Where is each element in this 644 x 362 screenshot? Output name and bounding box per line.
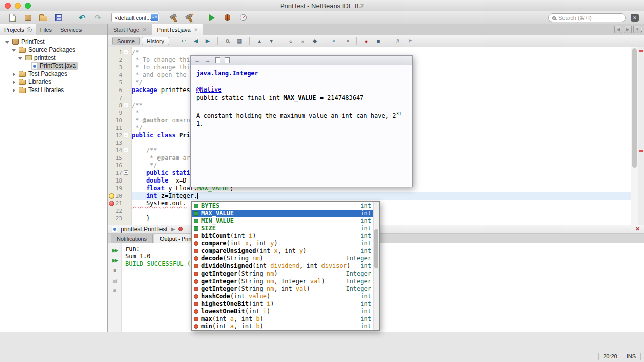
breadcrumb[interactable]: printtest.PrintTest <box>121 226 168 233</box>
tree-item-test-libraries[interactable]: Test Libraries <box>0 86 107 94</box>
expand-arrow-icon[interactable] <box>12 72 16 76</box>
hint-lightbulb-icon[interactable] <box>109 193 114 199</box>
completion-item-compare[interactable]: compare(int x, int y)int <box>192 240 379 247</box>
panel-tab-files[interactable]: Files <box>36 24 56 35</box>
tree-item-libraries[interactable]: Libraries <box>0 78 107 86</box>
back-icon[interactable]: ◀ <box>191 37 201 46</box>
uncomment-icon[interactable]: /* <box>405 37 415 46</box>
fold-collapse-icon[interactable] <box>124 50 128 54</box>
expand-arrow-icon[interactable] <box>12 80 16 84</box>
document-tab-start-page[interactable]: Start Page✕ <box>108 24 152 35</box>
record-macro-icon[interactable]: ● <box>361 37 371 46</box>
last-edit-icon[interactable]: ↩ <box>179 37 189 46</box>
output-settings-button[interactable]: ≡ <box>110 287 119 294</box>
panel-tab-services[interactable]: Services <box>56 24 86 35</box>
undo-button[interactable]: ↶ <box>76 13 88 23</box>
previous-bookmark-icon[interactable]: « <box>286 37 296 46</box>
output-tab-notifications[interactable]: Notifications <box>111 234 153 243</box>
javadoc-back-icon[interactable]: ← <box>194 57 200 63</box>
new-project-button[interactable] <box>22 13 34 23</box>
editor-scrollbar[interactable] <box>631 47 638 225</box>
close-tab-icon[interactable]: ✕ <box>27 27 32 32</box>
expand-arrow-icon[interactable] <box>12 88 16 93</box>
error-stripe-mark[interactable] <box>639 50 643 52</box>
comment-icon[interactable]: // <box>393 37 403 46</box>
tree-item-test-packages[interactable]: Test Packages <box>0 70 107 78</box>
clean-build-button[interactable]: ✦ <box>183 13 195 23</box>
error-stripe[interactable] <box>638 47 644 225</box>
previous-occurrence-icon[interactable]: ▲ <box>254 37 264 46</box>
javadoc-annotation-link[interactable]: @Native <box>196 86 222 93</box>
stop-build-button[interactable]: ■ <box>110 266 119 274</box>
collapse-arrow-icon[interactable] <box>12 48 16 52</box>
close-output-button[interactable]: ✕ <box>634 225 641 233</box>
highlight-occurrences-icon[interactable]: ▦ <box>234 37 245 46</box>
fold-collapse-icon[interactable] <box>124 170 128 175</box>
forward-icon[interactable]: ▶ <box>203 37 213 46</box>
new-file-button[interactable] <box>6 13 18 23</box>
toggle-bookmark-icon[interactable]: ◆ <box>310 37 320 46</box>
scroll-tabs-right-icon[interactable]: ▶ <box>624 26 632 33</box>
code-line-20[interactable]: int z=Integer. <box>132 192 631 200</box>
javadoc-forward-icon[interactable]: → <box>205 57 211 63</box>
javadoc-class-link[interactable]: java.lang.Integer <box>196 70 258 77</box>
history-view-button[interactable]: History <box>142 37 169 45</box>
next-occurrence-icon[interactable]: ▼ <box>266 37 276 46</box>
tree-item-source-packages[interactable]: Source Packages <box>0 46 107 54</box>
completion-item-max[interactable]: max(int a, int b)int <box>192 315 379 323</box>
close-tab-icon[interactable]: ✕ <box>143 27 147 32</box>
output-text[interactable]: run:Sum=1.0BUILD SUCCESSFUL ( <box>125 245 191 268</box>
completion-item-size[interactable]: SIZEint <box>192 225 379 232</box>
completion-item-min-value[interactable]: MIN_VALUEint <box>192 217 379 225</box>
search-input[interactable]: Search (⌘+I) <box>548 13 626 22</box>
tree-item-printtest[interactable]: PrintTest <box>0 38 107 46</box>
javadoc-open-browser-icon[interactable] <box>215 57 220 63</box>
completion-scrollbar[interactable] <box>373 202 379 330</box>
fold-collapse-icon[interactable] <box>124 133 128 137</box>
completion-item-getinteger[interactable]: getInteger(String nm, Integer val)Intege… <box>192 278 379 285</box>
rerun-debug-button[interactable]: ▶▶ <box>110 256 119 264</box>
completion-item-highestonebit[interactable]: highestOneBit(int i)int <box>192 300 379 308</box>
tree-item-printtest[interactable]: printtest <box>0 54 107 62</box>
completion-item-max-value[interactable]: MAX_VALUEint <box>192 210 379 217</box>
completion-item-decode[interactable]: decode(String nm)Integer <box>192 255 379 262</box>
shift-left-icon[interactable]: ⇤ <box>330 37 340 46</box>
completion-item-divideunsigned[interactable]: divideUnsigned(int dividend, int divisor… <box>192 262 379 270</box>
save-all-button[interactable] <box>53 13 65 23</box>
build-project-button[interactable] <box>167 13 179 23</box>
rerun-button[interactable]: ▶▶ <box>110 246 119 254</box>
scrollbar-thumb[interactable] <box>632 48 637 168</box>
collapse-arrow-icon[interactable] <box>5 40 10 44</box>
panel-tab-projects[interactable]: Projects✕ <box>0 24 36 35</box>
close-tab-icon[interactable]: ✕ <box>194 27 198 32</box>
shift-right-icon[interactable]: ⇥ <box>342 37 352 46</box>
profile-project-button[interactable] <box>237 13 249 23</box>
completion-scrollbar-thumb[interactable] <box>374 229 378 268</box>
tab-list-icon[interactable]: ▼ <box>633 26 641 33</box>
quicksearch-close-button[interactable]: ✕ <box>631 14 639 22</box>
source-view-button[interactable]: Source <box>112 37 140 45</box>
scroll-tabs-left-icon[interactable]: ◀ <box>614 26 622 33</box>
error-stripe-mark[interactable] <box>639 150 643 152</box>
collapse-arrow-icon[interactable] <box>18 56 23 60</box>
completion-item-hashcode[interactable]: hashCode(int value)int <box>192 293 379 300</box>
fold-collapse-icon[interactable] <box>124 103 128 107</box>
completion-item-bitcount[interactable]: bitCount(int i)int <box>192 232 379 240</box>
fold-collapse-icon[interactable] <box>124 148 128 152</box>
error-glyph-icon[interactable] <box>109 201 114 206</box>
javadoc-pin-icon[interactable] <box>225 57 230 63</box>
stop-macro-icon[interactable]: ■ <box>373 37 383 46</box>
find-selection-icon[interactable] <box>222 37 232 46</box>
open-project-button[interactable] <box>37 13 49 23</box>
config-select[interactable]: <default conf... ▲▼ <box>111 13 159 22</box>
tree-item-printtest-java[interactable]: PrintTest.java <box>0 62 107 70</box>
completion-item-bytes[interactable]: BYTESint <box>192 202 379 210</box>
completion-item-lowestonebit[interactable]: lowestOneBit(int i)int <box>192 308 379 315</box>
completion-item-getinteger[interactable]: getInteger(String nm)Integer <box>192 270 379 278</box>
completion-item-compareunsigned[interactable]: compareUnsigned(int x, int y)int <box>192 247 379 255</box>
clear-output-button[interactable]: ▤ <box>110 277 119 284</box>
next-bookmark-icon[interactable]: » <box>298 37 308 46</box>
run-project-button[interactable] <box>206 13 218 23</box>
completion-item-min[interactable]: min(int a, int b)int <box>192 323 379 330</box>
debug-project-button[interactable] <box>221 13 233 23</box>
